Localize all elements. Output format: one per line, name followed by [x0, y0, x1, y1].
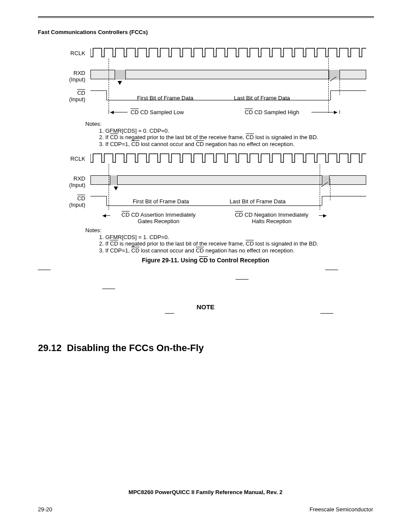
notes-2: Notes: 1. GFMR[CDS] = 1. CDP=0. 2. If CD…	[85, 227, 374, 254]
lab-assert: CD CD Assertion Immediately Gates Recept…	[113, 212, 204, 224]
label-cd-bar: CD	[59, 90, 85, 96]
section-heading: 29.12 Disabling the FCCs On-the-Fly	[38, 342, 204, 354]
vdash-r	[328, 59, 329, 113]
cd-rise	[330, 90, 331, 100]
label-input1: (Input)	[59, 76, 85, 83]
rclk-waveform	[90, 47, 366, 58]
vdash-r2	[339, 73, 340, 95]
lab-first-bit: First Bit of Frame Data	[137, 95, 193, 101]
note-body: The receiver samples CD on the falling R…	[101, 313, 338, 332]
lab-last-bit-2: Last Bit of Frame Data	[230, 198, 286, 205]
label-rxd: RXD	[59, 70, 85, 76]
footer-company: Freescale Semiconductor	[310, 506, 373, 513]
figure-caption: Figure 29-11. Using CD to Control Recept…	[0, 257, 411, 264]
running-header: Fast Communications Controllers (FCCs)	[38, 29, 148, 35]
top-rule	[38, 16, 374, 18]
label-input2: (Input)	[59, 96, 85, 103]
label-input2: (Input)	[59, 202, 85, 208]
arrow-sampled-high	[311, 112, 337, 112]
footer-page-number: 29-20	[38, 506, 52, 513]
footer-manual-title: MPC8260 PowerQUICC II Family Reference M…	[0, 489, 411, 495]
body-para-1: RTS is negated as soon as the last bit o…	[38, 269, 373, 297]
cd-high-right	[330, 90, 366, 91]
label-cd-bar: CD	[59, 195, 85, 202]
cd-high-left	[90, 90, 106, 91]
body-para-2: FCCs can be disabled and enabled on-the-…	[38, 360, 373, 397]
cd-fall	[106, 90, 107, 100]
note-heading: NOTE	[0, 303, 411, 311]
label-rxd: RXD	[59, 175, 85, 182]
lab-negate: CD CD Negation Immediately Halts Recepti…	[225, 212, 318, 224]
slant-last	[330, 81, 336, 87]
lab-sampled-low: CD CD Sampled Low	[131, 109, 184, 115]
rxd-bar	[90, 70, 366, 79]
label-input1: (Input)	[59, 182, 85, 188]
notes-1: Notes: 1. GFMR[CDS] = 0. CDP=0. 2. If CD…	[85, 121, 374, 147]
arrow-sampled-low	[110, 112, 128, 112]
lab-last-bit: Last Bit of Frame Data	[234, 95, 290, 101]
label-rclk: RCLK	[59, 50, 85, 56]
lab-sampled-high: CD CD Sampled High	[245, 109, 299, 115]
lab-first-bit-2: First Bit of Frame Data	[133, 198, 189, 205]
rclk-waveform-2	[90, 153, 366, 163]
label-rclk: RCLK	[59, 156, 85, 162]
vdash-l	[109, 59, 109, 113]
tri-first	[118, 81, 122, 85]
